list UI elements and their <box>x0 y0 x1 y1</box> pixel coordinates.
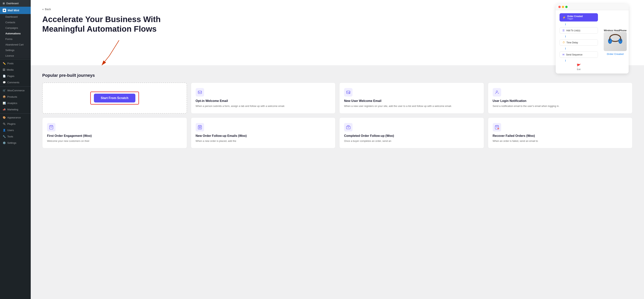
sidebar-submenu-forms[interactable]: Forms <box>0 36 31 42</box>
completed-card-title: Completed Order Follow-up (Woo) <box>344 134 479 138</box>
main-content: « Back Accelerate Your Business With Mea… <box>31 0 644 299</box>
sidebar-item-appearance[interactable]: 🎨 Appearance <box>0 114 31 121</box>
preview-titlebar <box>556 4 629 10</box>
sidebar-submenu-abandoned-cart[interactable]: Abandoned Cart <box>0 42 31 47</box>
sidebar-submenu-dashboard[interactable]: Dashboard <box>0 14 31 19</box>
back-chevron-icon: « <box>42 8 44 11</box>
sidebar-item-mailmint[interactable]: Mail Mint <box>0 7 31 14</box>
submenu-campaigns-label: Campaigns <box>6 26 18 29</box>
flow-node-addlist: ☰ Add To List(s) <box>560 27 598 33</box>
journey-card-neworder[interactable]: New Order Follow-up Emails (Woo) When a … <box>191 117 336 149</box>
journey-card-completed[interactable]: Completed Order Follow-up (Woo) Once a b… <box>339 117 484 149</box>
sidebar-item-users[interactable]: 👤 Users <box>0 127 31 133</box>
sidebar-item-settings-wp[interactable]: ⚙️ Settings <box>0 140 31 146</box>
tools-label: Tools <box>7 135 13 138</box>
flow-node-sequence: ✉ Send Sequence <box>560 51 598 58</box>
exit-container: 🚩 Exit <box>560 63 598 70</box>
journey-card-failed[interactable]: Recover Failed Orders (Woo) When an orde… <box>488 117 633 149</box>
preview-product-image <box>604 32 627 51</box>
sidebar-submenu-settings[interactable]: Settings <box>0 47 31 53</box>
sidebar-item-pages[interactable]: 📄 Pages <box>0 73 31 79</box>
svg-rect-8 <box>198 91 202 94</box>
journey-grid-row2: First Order Engagement (Woo) Welcome you… <box>42 117 632 149</box>
hero-title-line1: Accelerate Your Business With <box>42 15 161 24</box>
login-card-desc: Send a notification email to the user's … <box>493 104 628 108</box>
journey-card-newuser[interactable]: New User Welcome Email When a new user r… <box>339 82 484 114</box>
sidebar-item-marketing[interactable]: 📣 Marketing <box>0 106 31 113</box>
sequence-icon: ✉ <box>562 53 564 56</box>
appearance-icon: 🎨 <box>3 116 6 119</box>
exit-label: Exit <box>577 68 580 70</box>
sidebar-divider-3 <box>0 113 31 114</box>
optin-card-desc: When a person submits a form, assign a t… <box>196 104 331 108</box>
woocommerce-icon: 🛒 <box>3 89 6 92</box>
journey-grid-row1: Start From Scratch Opt-in Welcome Email … <box>42 82 632 114</box>
analytics-icon: 📊 <box>3 102 6 105</box>
sidebar-submenu-contacts[interactable]: Contacts <box>0 19 31 25</box>
journey-card-login[interactable]: User Login Notification Send a notificat… <box>488 82 633 114</box>
sidebar-item-posts[interactable]: ✏️ Posts <box>0 60 31 67</box>
sidebar-item-tools[interactable]: 🔧 Tools <box>0 133 31 140</box>
preview-order-label: Order Created <box>607 53 624 55</box>
submenu-abandoned-cart-label: Abandoned Cart <box>6 43 24 46</box>
delay-label: Time Delay <box>566 41 578 44</box>
analytics-label: Analytics <box>7 102 17 105</box>
flow-connector-1 <box>565 23 566 25</box>
sidebar-submenu-campaigns[interactable]: Campaigns <box>0 25 31 31</box>
popular-section: Popular pre-built journeys Start From Sc… <box>31 65 644 156</box>
trigger-icon: ⚡ <box>562 16 566 19</box>
neworder-card-title: New Order Follow-up Emails (Woo) <box>196 134 331 138</box>
flow-connector-3 <box>565 48 566 49</box>
journey-card-optin[interactable]: Opt-in Welcome Email When a person submi… <box>191 82 336 114</box>
back-label: Back <box>45 8 51 11</box>
flow-node-delay: ⏱ Time Delay <box>560 39 598 46</box>
newuser-card-desc: When a new user registers on your site, … <box>344 104 479 108</box>
submenu-licence-label: Licence <box>6 54 14 57</box>
products-label: Products <box>7 95 17 98</box>
login-card-icon <box>493 88 501 96</box>
mailmint-label: Mail Mint <box>8 9 19 12</box>
headphone-svg <box>606 34 624 49</box>
submenu-forms-label: Forms <box>6 38 12 40</box>
marketing-icon: 📣 <box>3 108 6 111</box>
addlist-label: Add To List(s) <box>566 29 580 32</box>
scratch-outline: Start From Scratch <box>90 91 139 105</box>
firstorder-card-title: First Order Engagement (Woo) <box>47 134 182 138</box>
dashboard-top-icon: ⊞ <box>3 2 5 5</box>
login-icon-svg <box>494 90 499 95</box>
marketing-label: Marketing <box>7 108 18 111</box>
hero-title: Accelerate Your Business With Meaningful… <box>42 14 177 34</box>
sidebar-item-dashboard-top[interactable]: ⊞ Dashboard <box>0 0 31 7</box>
start-from-scratch-button[interactable]: Start From Scratch <box>94 94 135 102</box>
sidebar-item-analytics[interactable]: 📊 Analytics <box>0 100 31 106</box>
failed-icon-svg <box>494 125 499 130</box>
journey-card-firstorder[interactable]: First Order Engagement (Woo) Welcome you… <box>42 117 187 149</box>
svg-rect-5 <box>609 38 610 41</box>
sidebar-submenu-licence[interactable]: Licence <box>0 53 31 58</box>
mailmint-icon <box>3 9 6 12</box>
sidebar-item-plugins[interactable]: 🔌 Plugins <box>0 121 31 127</box>
firstorder-icon-svg <box>49 125 54 130</box>
failed-card-desc: When an order is failed, send an email t… <box>493 139 628 143</box>
products-icon: 📦 <box>3 95 6 98</box>
flow-connector-2 <box>565 35 566 37</box>
appearance-label: Appearance <box>7 116 21 119</box>
start-from-scratch-card[interactable]: Start From Scratch <box>42 82 187 114</box>
firstorder-card-desc: Welcome your new customers on their <box>47 139 182 143</box>
plugins-icon: 🔌 <box>3 122 6 125</box>
trigger-sublabel: Trigger <box>567 18 583 20</box>
sidebar-submenu-automations[interactable]: Automations <box>0 31 31 36</box>
sidebar-divider-1 <box>0 59 31 59</box>
sidebar-item-media[interactable]: 🖼 Media <box>0 67 31 73</box>
sidebar-item-products[interactable]: 📦 Products <box>0 94 31 100</box>
svg-point-11 <box>496 91 498 92</box>
sidebar-item-woocommerce[interactable]: 🛒 WooCommerce <box>0 87 31 94</box>
trigger-label: Order Created <box>567 15 583 18</box>
back-link[interactable]: « Back <box>42 8 632 11</box>
titlebar-dot-green <box>565 6 568 8</box>
sidebar-item-comments[interactable]: 💬 Comments <box>0 79 31 86</box>
exit-icon: 🚩 <box>576 63 581 68</box>
sidebar-submenu: Dashboard Contacts Campaigns Automations… <box>0 14 31 58</box>
login-card-title: User Login Notification <box>493 99 628 103</box>
settings-wp-icon: ⚙️ <box>3 141 6 144</box>
